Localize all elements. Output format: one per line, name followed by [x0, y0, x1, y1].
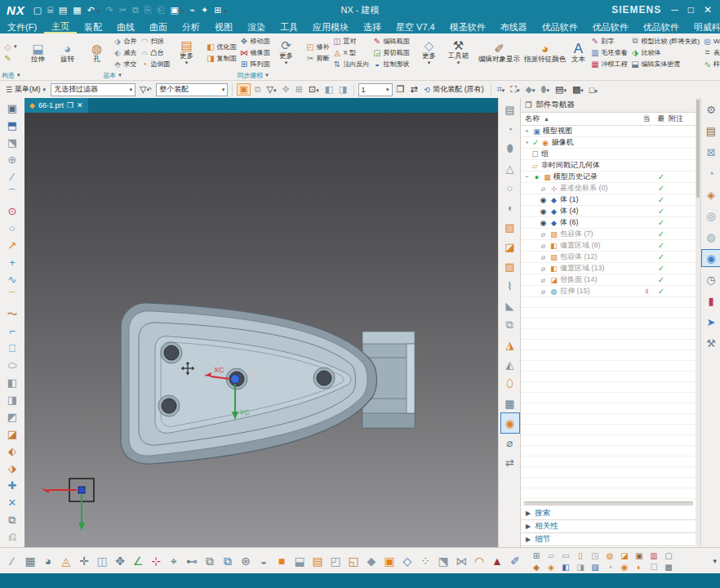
- point-info-icon[interactable]: ✛: [75, 550, 93, 572]
- tree-item-enclosure-12[interactable]: ⌀▧包容体 (12) ✓: [521, 252, 696, 263]
- window-layout-icon[interactable]: ⊞ ▾: [214, 5, 227, 16]
- cylinder-icon[interactable]: ⬮: [501, 139, 519, 158]
- tree-item-model-views[interactable]: +▣模型视图: [521, 126, 696, 137]
- group-dropdown-icon[interactable]: ▾: [265, 72, 269, 78]
- measure-icon[interactable]: ⊷: [183, 550, 201, 572]
- part-navigator-icon[interactable]: ◔: [702, 165, 720, 181]
- feature-icon[interactable]: ◧: [558, 561, 573, 572]
- tab-mosheng[interactable]: 模圣软件: [442, 20, 493, 33]
- face-move-icon[interactable]: ⬔: [434, 550, 452, 572]
- menu-button[interactable]: ☰菜单(M)▾: [3, 83, 48, 96]
- color-ramp-icon[interactable]: ▮: [702, 292, 720, 309]
- tab-render[interactable]: 渲染: [240, 20, 273, 33]
- redo-icon[interactable]: ↷: [105, 5, 113, 16]
- spline-icon[interactable]: ∿: [3, 271, 21, 288]
- region-select-icon[interactable]: ⊡▾: [307, 84, 321, 95]
- blend-tool-icon[interactable]: ◆: [362, 550, 380, 572]
- basic-more-button[interactable]: ▤更多▾: [172, 34, 202, 70]
- tab-application[interactable]: 应用模块: [305, 20, 356, 33]
- history-icon[interactable]: ◷: [702, 271, 720, 287]
- checkbox-icon[interactable]: ☐: [531, 150, 540, 158]
- copy-face-button[interactable]: ◨复制面: [205, 52, 238, 64]
- tab-analysis[interactable]: 分析: [175, 20, 207, 33]
- tree-item-body-1[interactable]: ◉◆体 (1) ✓: [521, 194, 696, 206]
- wedge-icon[interactable]: ◪: [501, 237, 519, 256]
- sketch-in-task-button[interactable]: ✎: [2, 52, 19, 64]
- group-dropdown-icon[interactable]: ▾: [17, 72, 20, 78]
- foil-surface-icon[interactable]: ⬖: [3, 443, 21, 460]
- sweep-button[interactable]: ◠扫掠: [139, 35, 172, 47]
- ellipse-icon[interactable]: ⬭: [3, 357, 21, 374]
- profile-icon[interactable]: ⎕: [3, 340, 21, 357]
- tab-view[interactable]: 视图: [207, 20, 240, 33]
- web-browser-icon[interactable]: ◉: [702, 250, 720, 266]
- engrave-button[interactable]: ✎刻字: [589, 35, 629, 47]
- edit-section-button[interactable]: ✎编辑截面: [371, 35, 411, 47]
- add-body-icon[interactable]: ⊞: [294, 84, 304, 95]
- subtract-button[interactable]: ⬖减去: [112, 47, 139, 58]
- feature-icon[interactable]: ◐: [632, 561, 647, 572]
- show-hide-icon[interactable]: ▣: [3, 100, 21, 117]
- tree-item-cameras[interactable]: +✓◉摄像机: [521, 137, 696, 149]
- match-button[interactable]: ◫置对: [331, 35, 371, 47]
- collapse-icon[interactable]: −: [523, 173, 531, 180]
- tree-item-datum-csys[interactable]: ⌀⊹基准坐标系 (0) ✓: [521, 183, 696, 194]
- circle-point-icon[interactable]: ⊙: [3, 203, 21, 220]
- expression-button[interactable]: =表达式: [701, 47, 720, 58]
- unite-button[interactable]: ⬗合并: [112, 35, 139, 47]
- new-window-icon[interactable]: □▾: [588, 85, 599, 95]
- tree-item-group[interactable]: ☐组: [521, 149, 696, 160]
- feature-icon[interactable]: ▭: [558, 550, 573, 561]
- die-engineering-button[interactable]: ▦冲模工程: [589, 58, 629, 69]
- bottom-toolbar-overflow-icon[interactable]: ▾: [713, 557, 720, 565]
- tree-item-body-6[interactable]: ◉◆体 (6) ✓: [521, 217, 696, 229]
- tab-tools[interactable]: 工具: [273, 20, 305, 33]
- plus-icon[interactable]: +: [3, 254, 21, 271]
- spline-button[interactable]: ∿样条 (即将失效): [701, 58, 720, 69]
- trim-cone-icon[interactable]: ◭: [501, 354, 519, 374]
- render-style-icon[interactable]: ⬮▾: [540, 84, 551, 95]
- eye-icon[interactable]: ◉: [539, 207, 548, 216]
- tab-xingkong[interactable]: 星空 V7.4: [389, 20, 442, 33]
- paste-icon[interactable]: ⎘: [144, 5, 152, 16]
- work-plane-icon[interactable]: ▦: [21, 550, 39, 572]
- fillet-curve-icon[interactable]: ⌐: [3, 323, 21, 340]
- column-current[interactable]: 当: [639, 114, 654, 124]
- expand-icon[interactable]: +: [523, 139, 531, 146]
- chamfer-icon[interactable]: ◣: [501, 296, 519, 315]
- tab-select[interactable]: 选择: [356, 20, 389, 33]
- hole-button[interactable]: ◍孔: [82, 34, 112, 70]
- thread-icon[interactable]: ⌇: [501, 276, 519, 296]
- navigator-splitter[interactable]: [524, 501, 693, 506]
- tree-item-body-4[interactable]: ◉◆体 (4) ✓: [521, 206, 696, 217]
- hide-icon[interactable]: ⌀: [501, 433, 519, 452]
- shaded-cube-icon[interactable]: ◧: [323, 84, 335, 95]
- line-icon[interactable]: ∕: [3, 168, 21, 185]
- freeform-curve-icon[interactable]: 〜: [3, 305, 21, 323]
- minimize-button[interactable]: ─: [671, 4, 678, 16]
- info-icon[interactable]: ◍: [702, 229, 720, 245]
- ruled-surface-icon[interactable]: ◧: [3, 374, 21, 391]
- window-edit-icon[interactable]: ❐: [395, 84, 407, 95]
- sketch-button[interactable]: ◇▾: [2, 41, 19, 52]
- pair-tool-icon[interactable]: ⧉: [3, 511, 21, 528]
- microphone-icon[interactable]: ⌁: [189, 5, 195, 16]
- patch-button[interactable]: ◰修补: [304, 41, 331, 52]
- tab-router[interactable]: 布线器: [493, 20, 535, 33]
- save-position-icon[interactable]: ⌖: [165, 550, 183, 572]
- move-square-icon[interactable]: ▣: [380, 550, 398, 572]
- hd3d-tool-icon[interactable]: ◎: [702, 207, 720, 224]
- move-face-button[interactable]: ✥移动面: [238, 35, 272, 47]
- assembly-navigator-icon[interactable]: ▤: [702, 122, 720, 139]
- mirror-icon[interactable]: ▲: [488, 550, 506, 572]
- eye-icon[interactable]: ◉: [539, 219, 548, 227]
- sphere-quarter-icon[interactable]: ◔: [501, 119, 519, 139]
- boss-button[interactable]: ⌓凸台: [139, 47, 172, 58]
- pattern-face-button[interactable]: ⊞阵列面: [238, 58, 272, 69]
- layer-settings-icon[interactable]: ▩▾: [571, 84, 585, 95]
- reuse-library-icon[interactable]: ◈: [702, 186, 720, 203]
- detach-tab-icon[interactable]: ❐: [67, 101, 73, 109]
- feature-icon[interactable]: ◉: [617, 561, 632, 572]
- move-object-icon[interactable]: ✥: [281, 84, 291, 95]
- swap-visibility-icon[interactable]: ⇄: [501, 452, 519, 472]
